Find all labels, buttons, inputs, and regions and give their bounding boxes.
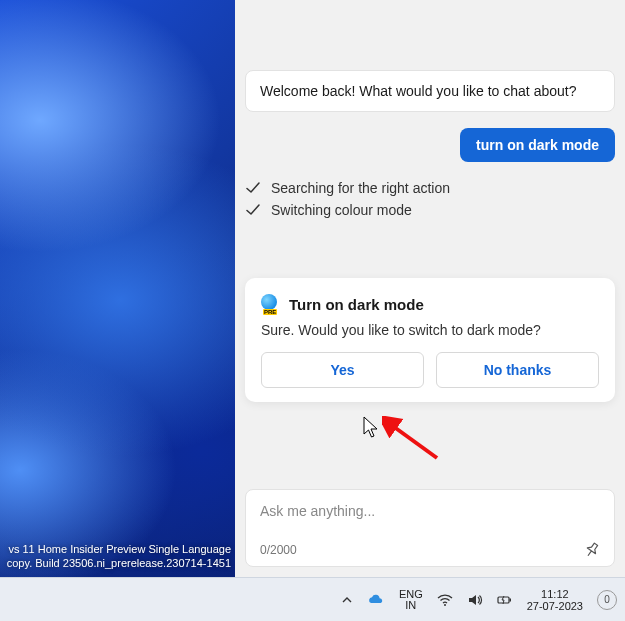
no-thanks-button[interactable]: No thanks	[436, 352, 599, 388]
user-message-row: turn on dark mode	[245, 128, 615, 162]
clock[interactable]: 11:12 27-07-2023	[527, 588, 583, 612]
pin-icon[interactable]	[584, 542, 600, 558]
taskbar[interactable]: ENG IN 11:12 27-07-2023 0	[0, 577, 625, 621]
card-body-text: Sure. Would you like to switch to dark m…	[261, 322, 599, 338]
chat-scroll[interactable]: Welcome back! What would you like to cha…	[245, 0, 615, 489]
progress-text: Searching for the right action	[271, 180, 450, 196]
lang-top: ENG	[399, 589, 423, 600]
language-indicator[interactable]: ENG IN	[399, 589, 423, 611]
progress-list: Searching for the right action Switching…	[245, 180, 615, 218]
chat-input[interactable]	[260, 503, 600, 519]
wifi-icon[interactable]	[437, 592, 453, 608]
card-header: PRE Turn on dark mode	[261, 294, 599, 314]
clock-date: 27-07-2023	[527, 600, 583, 612]
yes-button[interactable]: Yes	[261, 352, 424, 388]
progress-item: Searching for the right action	[245, 180, 615, 196]
lang-bot: IN	[405, 600, 416, 611]
progress-text: Switching colour mode	[271, 202, 412, 218]
onedrive-icon[interactable]	[367, 591, 385, 609]
progress-item: Switching colour mode	[245, 202, 615, 218]
watermark-line1: vs 11 Home Insider Preview Single Langua…	[0, 542, 231, 556]
notifications-badge[interactable]: 0	[597, 590, 617, 610]
clock-time: 11:12	[541, 588, 569, 600]
copilot-chat-panel: Welcome back! What would you like to cha…	[235, 0, 625, 577]
windows-build-watermark: vs 11 Home Insider Preview Single Langua…	[0, 540, 235, 572]
volume-icon[interactable]	[467, 592, 483, 608]
action-card: PRE Turn on dark mode Sure. Would you li…	[245, 278, 615, 402]
tray-overflow-chevron-icon[interactable]	[341, 594, 353, 606]
check-icon	[245, 180, 261, 196]
battery-icon[interactable]	[497, 592, 513, 608]
char-counter: 0/2000	[260, 543, 297, 557]
svg-point-0	[444, 604, 446, 606]
svg-rect-2	[509, 598, 511, 601]
assistant-welcome-message: Welcome back! What would you like to cha…	[245, 70, 615, 112]
check-icon	[245, 202, 261, 218]
notif-count: 0	[604, 594, 610, 605]
user-message-bubble: turn on dark mode	[460, 128, 615, 162]
card-title: Turn on dark mode	[289, 296, 424, 313]
copilot-icon: PRE	[261, 294, 281, 314]
chat-input-box[interactable]: 0/2000	[245, 489, 615, 567]
watermark-line2: copy. Build 23506.ni_prerelease.230714-1…	[0, 556, 231, 570]
